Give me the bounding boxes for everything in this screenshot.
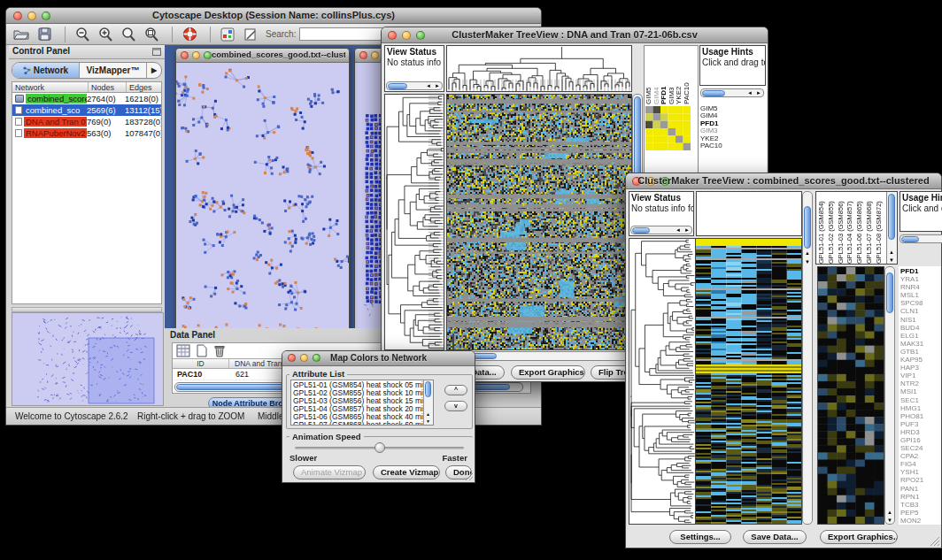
tv2-column-label[interactable]: GPL51-07 (GSM868) [866,194,876,264]
tv2-status-hscrollbar[interactable]: ◄ ► [630,226,692,234]
tv2-zoom-heatmap[interactable] [818,267,884,524]
tv1-column-label[interactable]: GIM5 [645,48,653,104]
resize-grip-icon[interactable] [930,536,940,547]
main-titlebar[interactable]: Cytoscape Desktop (Session Name: collins… [6,8,541,24]
create-vizmap-button[interactable]: Create Vizmap [373,465,440,479]
help-lifesaver-icon[interactable] [180,26,199,43]
scroll-right-icon[interactable]: ► [756,89,761,97]
scrollbar-thumb[interactable] [702,90,725,96]
minimize-button[interactable] [371,51,379,59]
column-header-network[interactable]: Network [12,82,89,92]
tv2-row-dendrogram[interactable] [629,239,695,524]
scroll-up-icon[interactable]: ▲ [889,249,894,255]
tv1-gene-label[interactable]: GIM4 [700,112,722,119]
tv2-gene-label[interactable]: KAP95 [900,356,941,364]
tv1-column-label[interactable]: YKE2 [676,48,683,104]
tv2-column-label[interactable]: GPL51-08 (GSM872) [876,194,885,264]
tv2-gene-label[interactable]: TCB3 [900,501,941,509]
tv2-zoom-vscrollbar[interactable]: ▲ ▼ [884,266,895,525]
scrollbar-thumb[interactable] [886,272,893,313]
treeview2-titlebar[interactable]: ClusterMaker TreeView : combined_scores_… [626,173,941,189]
tv2-gene-label[interactable]: CPA2 [900,452,941,460]
open-folder-icon[interactable] [12,26,31,43]
settings-button[interactable]: Settings... [669,530,731,544]
tv1-hints-hscrollbar[interactable]: ◄ ► [700,88,764,97]
tv2-gene-label[interactable]: GTB1 [900,348,941,356]
tv2-gene-label[interactable]: HRD3 [900,428,941,436]
dialog-titlebar[interactable]: Map Colors to Network [282,351,475,366]
slider-thumb[interactable] [374,442,385,453]
tv2-label-vscrollbar[interactable]: ▲ ▼ [886,192,897,264]
attribute-item[interactable]: GPL51-04 (GSM857) heat shock 20 min [291,405,423,413]
tab-vizmapper[interactable]: VizMapper™ [80,63,147,78]
tv1-gene-label[interactable]: YKE2 [700,135,722,142]
scrollbar-thumb[interactable] [888,194,895,240]
tv1-gene-label[interactable]: PAC10 [700,142,722,150]
done-button[interactable]: Done [445,465,472,479]
zoom-out-icon[interactable] [73,26,92,43]
tv2-vscrollbar[interactable]: ▲ ▼ [802,191,813,525]
scroll-left-icon[interactable]: ◄ [426,82,431,90]
tv2-gene-label[interactable]: PHO81 [900,412,941,420]
scroll-left-icon[interactable]: ◄ [676,226,681,234]
network-row[interactable]: DNA and Tran 07769(0)183728(0) [12,116,161,127]
tv1-column-label[interactable]: PFD1 [660,48,668,104]
scrollbar-thumb[interactable] [901,236,919,242]
tv2-gene-label[interactable]: PFD1 [900,267,941,275]
save-icon[interactable] [35,26,54,43]
annotation-icon[interactable] [241,26,260,43]
tv2-hints-hscrollbar[interactable] [900,234,942,243]
attribute-item[interactable]: GPL51-02 (GSM855) heat shock 10 min [291,389,423,397]
tv2-column-label[interactable]: GPL51-06 (GSM865) [856,194,866,264]
column-header-nodes[interactable]: Nodes [89,82,127,92]
tv1-column-label[interactable]: GIM3 [668,48,676,104]
attribute-item[interactable]: GPL51-03 (GSM856) heat shock 15 min [291,397,423,405]
tv1-gene-label[interactable]: GIM3 [700,127,722,134]
modules-icon[interactable] [218,26,237,43]
tv1-column-label[interactable]: GIM4 [653,48,661,104]
tv1-gene-label[interactable]: GIM5 [700,105,722,112]
scroll-right-icon[interactable]: ► [684,226,690,234]
network1-canvas[interactable] [176,63,349,328]
tv2-column-label[interactable]: GPL51-02 (GSM855) [828,194,838,264]
scroll-up-icon[interactable]: ▲ [426,411,430,417]
scroll-down-icon[interactable]: ▼ [805,259,810,265]
zoom-selected-icon[interactable] [119,26,138,43]
tv1-heatmap[interactable] [447,95,631,349]
tv2-gene-label[interactable]: MSL1 [900,291,941,299]
tv2-gene-label[interactable]: FIG4 [900,460,941,468]
scrollbar-thumb[interactable] [425,381,431,397]
tv2-gene-label[interactable]: MON2 [900,517,941,525]
tv1-column-dendrogram[interactable] [447,46,631,91]
tv2-gene-label[interactable]: SEC1 [900,396,941,404]
scroll-down-icon[interactable]: ▼ [889,257,894,263]
close-button[interactable] [359,51,367,59]
tv2-gene-label[interactable]: VIP1 [900,372,941,380]
tv2-heatmap[interactable] [696,239,802,525]
tv2-gene-label[interactable]: NIS1 [900,316,941,324]
zoom-in-icon[interactable] [96,26,115,43]
tv2-gene-label[interactable]: HAP3 [900,364,941,372]
move-up-button[interactable]: ^ [444,385,467,395]
tv2-gene-label[interactable]: RPN1 [900,493,941,501]
tv2-gene-label[interactable]: CLN1 [900,307,941,315]
tabs-overflow-arrow[interactable]: ▶ [147,63,161,78]
scrollbar-thumb[interactable] [804,206,811,249]
tv1-status-hscrollbar[interactable]: ◄ ► [386,81,443,90]
tv2-gene-label[interactable]: PUF3 [900,420,941,428]
scroll-down-icon[interactable]: ▼ [887,518,892,523]
tv2-gene-label[interactable]: SEC24 [900,444,941,452]
tv2-gene-label[interactable]: YRA1 [900,275,941,283]
export-graphics-button[interactable]: Export Graphics... [820,530,898,544]
tv2-gene-label[interactable]: MAK31 [900,340,941,348]
tv2-column-label[interactable]: GPL51-04 (GSM857) [846,194,856,264]
move-down-button[interactable]: v [444,401,467,411]
scroll-left-icon[interactable]: ◄ [747,89,753,97]
tv2-gene-label[interactable]: PAN1 [900,485,941,493]
tv1-row-dendrogram[interactable] [385,95,444,349]
attribute-item[interactable]: GPL51-07 (GSM868) heat shock 60 min [291,421,423,426]
tv2-gene-label[interactable]: RPO21 [900,476,941,484]
float-panel-icon[interactable] [152,48,161,56]
attribute-listbox[interactable]: GPL51-01 (GSM854) heat shock 05 minGPL51… [290,380,434,426]
network1-titlebar[interactable]: combined_scores_good.txt--cluste... [176,49,349,63]
